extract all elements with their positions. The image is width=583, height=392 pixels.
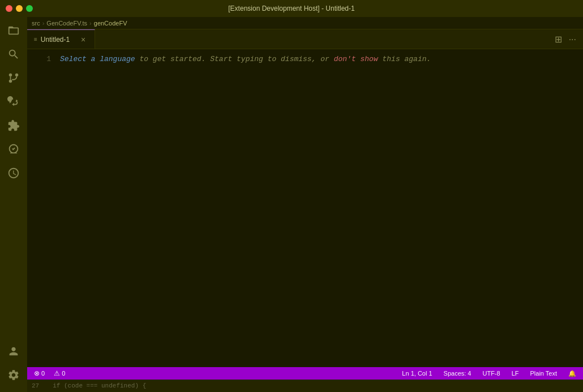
sidebar-item-search[interactable]	[2, 43, 25, 66]
svg-point-0	[9, 80, 12, 83]
line-numbers: 1	[27, 49, 55, 367]
hint-line: Select a language to get started. Start …	[60, 54, 583, 64]
editor-tab[interactable]: ≡ Untitled-1 ×	[27, 29, 95, 49]
editor-text-area[interactable]: Select a language to get started. Start …	[55, 49, 583, 367]
sidebar-item-extensions[interactable]	[2, 114, 25, 137]
error-icon: ⊗	[34, 369, 40, 377]
activity-bar	[0, 17, 27, 392]
status-spaces[interactable]: Spaces: 4	[441, 370, 474, 377]
select-language-link[interactable]: Select a language	[60, 55, 135, 63]
sidebar-item-source-control[interactable]	[2, 67, 25, 89]
sidebar-item-account[interactable]	[2, 340, 25, 363]
tab-bar: ≡ Untitled-1 × ⊞ ···	[27, 29, 583, 49]
warning-count: 0	[62, 370, 65, 377]
window-controls	[6, 5, 33, 12]
breadcrumb-symbol: genCodeFV	[94, 20, 127, 27]
language-mode: Plain Text	[530, 370, 558, 377]
more-actions-button[interactable]: ···	[567, 33, 578, 45]
warning-icon: ⚠	[54, 369, 60, 377]
tab-title: Untitled-1	[41, 36, 75, 44]
status-errors[interactable]: ⊗ 0	[32, 369, 47, 377]
status-warnings[interactable]: ⚠ 0	[52, 369, 67, 377]
title-bar: [Extension Development Host] - Untitled-…	[0, 0, 583, 17]
file-encoding: UTF-8	[482, 370, 500, 377]
status-right: Ln 1, Col 1 Spaces: 4 UTF-8 LF Plain Tex…	[400, 370, 578, 377]
status-language[interactable]: Plain Text	[528, 370, 560, 377]
minimize-button[interactable]	[16, 5, 23, 12]
cursor-position: Ln 1, Col 1	[402, 370, 432, 377]
breadcrumb[interactable]: src › GenCodeFV.ts › genCodeFV	[27, 17, 583, 29]
editor-area: src › GenCodeFV.ts › genCodeFV ≡ Untitle…	[27, 17, 583, 392]
status-line-ending[interactable]: LF	[509, 370, 521, 377]
status-left: ⊗ 0 ⚠ 0	[32, 369, 67, 377]
sidebar-item-run-debug[interactable]	[2, 91, 25, 113]
close-button[interactable]	[6, 5, 12, 12]
sidebar-item-remote[interactable]	[2, 138, 25, 161]
notification-icon: 🔔	[568, 370, 576, 377]
breadcrumb-src: src	[32, 20, 40, 27]
activity-bar-bottom	[2, 340, 25, 392]
svg-point-2	[9, 74, 12, 77]
tab-file-icon: ≡	[34, 36, 37, 42]
editor-content[interactable]: 1 Select a language to get started. Star…	[27, 49, 583, 367]
bottom-code-preview: if (code === undefined) {	[53, 382, 146, 389]
sidebar-item-timeline[interactable]	[2, 162, 25, 184]
notifications-button[interactable]: 🔔	[566, 370, 578, 377]
window-title: [Extension Development Host] - Untitled-…	[228, 5, 354, 12]
indentation: Spaces: 4	[444, 370, 471, 377]
tab-close-button[interactable]: ×	[79, 35, 88, 44]
bottom-hint-bar: 27 if (code === undefined) {	[27, 380, 583, 392]
line-ending: LF	[512, 370, 519, 377]
main-layout: src › GenCodeFV.ts › genCodeFV ≡ Untitle…	[0, 17, 583, 392]
status-bar: ⊗ 0 ⚠ 0 Ln 1, Col 1 Spaces: 4 UTF-8	[27, 367, 583, 380]
sidebar-item-explorer[interactable]	[2, 19, 25, 42]
bottom-line-number: 27	[32, 382, 39, 389]
split-editor-button[interactable]: ⊞	[552, 33, 564, 46]
line-number: 1	[27, 54, 51, 64]
breadcrumb-file: GenCodeFV.ts	[46, 20, 87, 27]
svg-point-1	[15, 74, 19, 77]
tab-actions: ⊞ ···	[552, 33, 578, 46]
status-encoding[interactable]: UTF-8	[480, 370, 502, 377]
status-position[interactable]: Ln 1, Col 1	[400, 370, 434, 377]
error-count: 0	[41, 370, 45, 377]
sidebar-item-settings[interactable]	[2, 364, 25, 386]
maximize-button[interactable]	[26, 5, 33, 12]
dont-show-link[interactable]: don't show	[334, 55, 378, 63]
